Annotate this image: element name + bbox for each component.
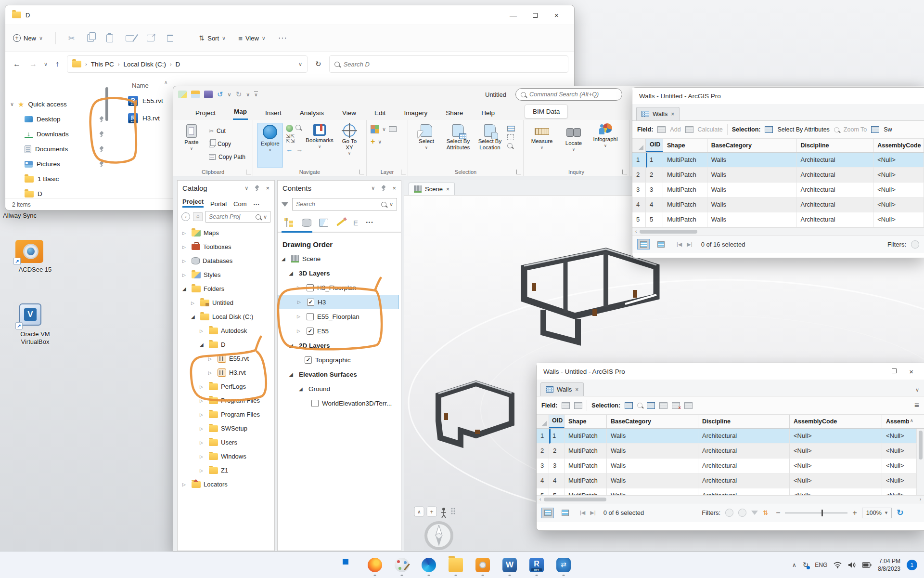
cell-shape[interactable]: MultiPatch <box>565 488 607 495</box>
scene-view-tab[interactable]: Scene × <box>409 183 455 195</box>
layer-h3-floorplan[interactable]: ▷H3_Floorplan <box>278 280 401 295</box>
cell-discipline[interactable]: Architectural <box>698 429 790 444</box>
tab-map[interactable]: Map <box>233 105 248 120</box>
add-field-icon[interactable] <box>657 126 666 133</box>
cell-basecategory[interactable]: Walls <box>607 444 698 459</box>
slider-thumb[interactable] <box>821 510 823 516</box>
tree-item-h3-rvt[interactable]: ▷H3.rvt <box>178 366 274 380</box>
menu-icon[interactable]: ≡ <box>914 401 919 410</box>
row-number[interactable]: 3 <box>632 183 646 197</box>
delete-selection-icon[interactable]: × <box>672 402 680 409</box>
cell-shape[interactable]: MultiPatch <box>663 168 707 183</box>
row-number[interactable]: 1 <box>537 429 549 444</box>
expander-icon[interactable]: ▷ <box>182 231 189 236</box>
dialog-launcher-icon[interactable] <box>516 170 521 174</box>
dialog-launcher-icon[interactable] <box>246 170 251 174</box>
cut-button[interactable]: ✂Cut <box>209 125 245 137</box>
expander-icon[interactable]: ▷ <box>200 328 206 333</box>
forward-button[interactable]: → <box>27 60 39 68</box>
zoom-to-selection-icon[interactable] <box>507 143 513 148</box>
tab-list-chevron[interactable]: ∨ <box>915 387 924 396</box>
tab-edit[interactable]: Edit <box>373 106 386 120</box>
column-shape[interactable]: Shape <box>565 415 607 428</box>
zoom-tools-icon[interactable] <box>295 125 301 130</box>
cell-assemblycode[interactable]: <Null> <box>790 488 882 495</box>
cell-oid[interactable]: 2 <box>549 444 565 459</box>
layer-scene[interactable]: ◢Scene <box>278 251 401 266</box>
cell-basecategory[interactable]: Walls <box>707 153 797 168</box>
up-button[interactable]: ↑ <box>52 60 62 68</box>
next-extent-icon[interactable]: → <box>296 145 303 153</box>
zoom-slider[interactable] <box>785 512 847 513</box>
layer-worldelevation[interactable]: WorldElevation3D/Terr... <box>278 396 401 410</box>
cell-assemblycode[interactable]: <Null> <box>873 153 924 168</box>
expander-icon[interactable]: ◢ <box>191 314 197 319</box>
expander-icon[interactable]: ▷ <box>200 384 206 389</box>
list-by-drawing-order-icon[interactable] <box>284 218 294 227</box>
scrollbar-thumb[interactable] <box>544 498 606 501</box>
taskbar-file-explorer-icon[interactable] <box>449 558 463 572</box>
breadcrumb-local-disk[interactable]: Local Disk (C:) <box>123 61 166 68</box>
notification-badge[interactable]: 1 <box>907 560 917 570</box>
catalog-tab-com[interactable]: Com <box>233 200 246 208</box>
layer-topographic[interactable]: Topographic <box>278 353 401 367</box>
cell-shape[interactable]: MultiPatch <box>565 459 607 473</box>
paste-button[interactable]: Paste ∨ <box>177 123 206 168</box>
cell-assemblycode[interactable]: <Null> <box>873 212 924 227</box>
cell-assemblycode[interactable]: <Null> <box>873 168 924 183</box>
dialog-launcher-icon[interactable] <box>359 170 364 174</box>
expander-icon[interactable]: ▷ <box>200 398 206 403</box>
tree-item-swsetup[interactable]: ▷SWSetup <box>178 421 274 435</box>
undo-icon[interactable]: ↺ <box>217 90 223 99</box>
row-number[interactable]: 3 <box>537 459 549 473</box>
expander-icon[interactable]: ▷ <box>200 468 206 473</box>
calculate-field-icon[interactable] <box>685 126 693 133</box>
cell-assemblycode[interactable]: <Null> <box>873 197 924 212</box>
walls-table-tab[interactable]: Walls × <box>636 107 680 120</box>
expander-icon[interactable]: ▷ <box>297 300 304 304</box>
select-all-corner[interactable] <box>632 139 646 152</box>
cell-discipline[interactable]: Architectural <box>796 168 873 183</box>
paste-icon[interactable] <box>106 34 113 42</box>
select-all-corner[interactable] <box>537 415 549 428</box>
tree-item-local-disk[interactable]: ◢Local Disk (C:) <box>178 310 274 324</box>
more-tabs-icon[interactable]: ··· <box>254 200 260 208</box>
explorer-titlebar[interactable]: D — × <box>5 5 574 25</box>
sort-button[interactable]: ⇅ Sort ∨ <box>199 34 226 42</box>
cell-basecategory[interactable]: Walls <box>707 197 797 212</box>
first-record-icon[interactable]: |◀ <box>677 241 682 248</box>
cell-shape[interactable]: MultiPatch <box>663 212 707 227</box>
language-indicator[interactable]: ENG <box>815 562 827 568</box>
column-assemblycode[interactable]: AssemblyCode <box>873 139 924 152</box>
nav-item-d[interactable]: D <box>5 186 111 198</box>
list-by-selection-icon[interactable] <box>319 219 328 227</box>
tree-item-z1[interactable]: ▷Z1 <box>178 463 274 477</box>
clock[interactable]: 7:04 PM 8/8/2023 <box>878 557 900 573</box>
list-by-source-icon[interactable] <box>302 219 311 227</box>
taskbar-edge-icon[interactable] <box>422 558 436 572</box>
catalog-tab-portal[interactable]: Portal <box>210 200 227 208</box>
scroll-up-icon[interactable]: ∧ <box>164 79 167 85</box>
scrollbar-thumb[interactable] <box>919 431 923 460</box>
hidden-icons-chevron[interactable]: ∧ <box>792 562 796 568</box>
cell-oid[interactable]: 1 <box>646 153 663 168</box>
copy-icon[interactable] <box>87 34 94 42</box>
table-view-button[interactable] <box>637 239 650 250</box>
clear-selection-icon[interactable] <box>507 134 514 140</box>
layer-e55-floorplan[interactable]: ▷E55_Floorplan <box>278 309 401 324</box>
cell-discipline[interactable]: Architectural <box>796 153 873 168</box>
search-input[interactable] <box>344 61 563 68</box>
cell-assemblydesc[interactable]: <Null> <box>882 473 917 488</box>
tree-item-program-files-x86[interactable]: ▷Program Files <box>178 407 274 421</box>
cut-icon[interactable]: ✂ <box>68 34 75 43</box>
contents-search-input[interactable] <box>296 201 378 208</box>
close-tab-icon[interactable]: × <box>671 111 674 118</box>
expander-icon[interactable]: ▷ <box>200 412 206 417</box>
add-data-icon[interactable] <box>371 125 379 133</box>
table-row[interactable]: 2 2 MultiPatch Walls Architectural <Null… <box>632 168 924 183</box>
tree-item-program-files[interactable]: ▷Program Files <box>178 394 274 407</box>
select-button[interactable]: Select ∨ <box>412 123 441 168</box>
open-project-icon[interactable] <box>191 91 200 98</box>
expander-icon[interactable]: ▷ <box>182 259 189 263</box>
time-filter-icon[interactable] <box>725 509 733 517</box>
